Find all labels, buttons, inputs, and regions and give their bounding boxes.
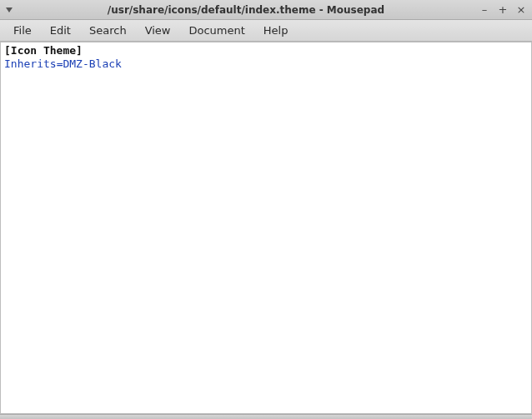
editor-container: [Icon Theme] Inherits=DMZ-Black bbox=[0, 42, 532, 414]
close-button[interactable]: × bbox=[515, 4, 527, 16]
editor-line-key: Inherits bbox=[4, 57, 57, 70]
menu-view[interactable]: View bbox=[137, 22, 179, 39]
statusbar bbox=[0, 414, 532, 419]
text-editor[interactable]: [Icon Theme] Inherits=DMZ-Black bbox=[0, 42, 532, 414]
minimize-button[interactable]: – bbox=[479, 4, 490, 16]
menu-document[interactable]: Document bbox=[180, 22, 253, 39]
maximize-button[interactable]: + bbox=[497, 4, 509, 16]
menu-file[interactable]: File bbox=[5, 22, 40, 39]
editor-line-section: [Icon Theme] bbox=[4, 44, 83, 57]
menu-search[interactable]: Search bbox=[81, 22, 135, 39]
editor-line-value: DMZ-Black bbox=[63, 57, 121, 70]
titlebar: /usr/share/icons/default/index.theme - M… bbox=[0, 0, 532, 20]
menubar: File Edit Search View Document Help bbox=[0, 20, 532, 42]
menu-edit[interactable]: Edit bbox=[42, 22, 79, 39]
svg-marker-0 bbox=[6, 7, 13, 12]
window-menu-icon[interactable] bbox=[5, 6, 13, 14]
window-title: /usr/share/icons/default/index.theme - M… bbox=[13, 4, 479, 16]
menu-help[interactable]: Help bbox=[255, 22, 297, 39]
